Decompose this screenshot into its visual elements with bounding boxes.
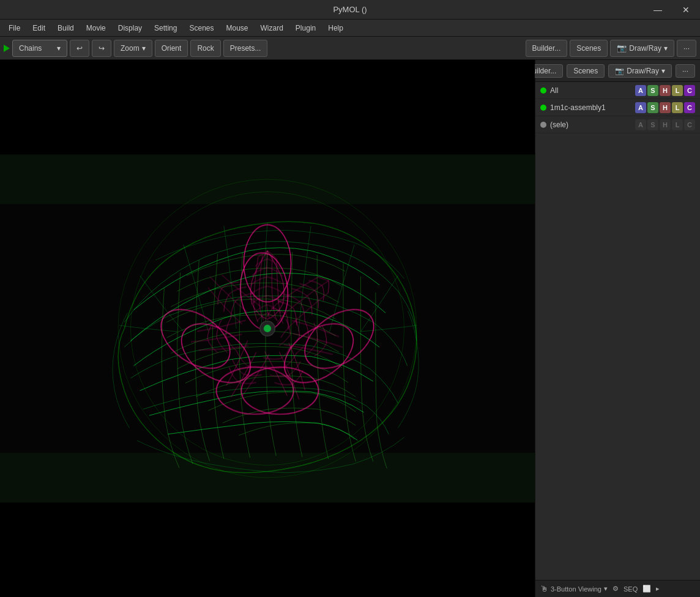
more-menu-button[interactable]: ···	[676, 64, 695, 78]
badge-c-0[interactable]: C	[684, 85, 695, 96]
object-badges-2: ASHLC	[635, 119, 695, 130]
more-icon: ···	[683, 44, 690, 53]
badge-l-0[interactable]: L	[672, 85, 683, 96]
object-dot-1	[540, 105, 546, 111]
drawray-dropdown-icon: ▾	[661, 67, 665, 75]
menubar: FileEditBuildMovieDisplaySettingScenesMo…	[0, 20, 700, 37]
undo-button[interactable]: ↩	[70, 40, 89, 57]
expand-item[interactable]: ⬜	[642, 585, 651, 593]
toolbar-right: Builder... Scenes 📷 Draw/Ray ▾ ···	[526, 40, 696, 57]
rock-label: Rock	[197, 44, 214, 53]
drawray-dropdown: ▾	[664, 44, 668, 53]
builder-label: Builder...	[532, 44, 561, 53]
arrow-icon: ▸	[656, 585, 660, 593]
object-dot-0	[540, 87, 546, 94]
badge-l-1[interactable]: L	[672, 102, 683, 113]
titlebar: PyMOL () — ✕	[0, 0, 700, 20]
close-button[interactable]: ✕	[672, 0, 700, 20]
toolbar: Chains ▾ ↩ ↪ Zoom ▾ Orient Rock Presets.…	[0, 37, 700, 60]
object-badges-0: ASHLC	[635, 85, 695, 96]
zoom-label: Zoom	[121, 44, 140, 53]
object-row-2[interactable]: (sele)ASHLC	[535, 116, 700, 133]
chains-dropdown-icon: ▾	[57, 44, 61, 53]
svg-point-14	[264, 325, 271, 332]
scenes-label: Scenes	[576, 44, 601, 53]
object-badges-1: ASHLC	[635, 102, 695, 113]
builder-button[interactable]: Builder...	[526, 40, 568, 57]
drawray-label: Draw/Ray	[627, 67, 659, 75]
object-name-2: (sele)	[550, 121, 631, 129]
right-panel: Builder... Scenes 📷 Draw/Ray ▾ ··· AllAS…	[535, 60, 700, 597]
presets-button[interactable]: Presets...	[223, 40, 268, 57]
menu-item-edit[interactable]: Edit	[26, 21, 51, 35]
menu-item-plugin[interactable]: Plugin	[289, 21, 322, 35]
scenes-button[interactable]: Scenes	[567, 64, 605, 78]
menu-item-scenes[interactable]: Scenes	[183, 21, 220, 35]
zoom-button[interactable]: Zoom ▾	[114, 40, 152, 57]
undo-icon: ↩	[76, 44, 83, 53]
settings-icon: ⚙	[612, 585, 619, 593]
object-row-0[interactable]: AllASHLC	[535, 82, 700, 99]
mouse-icon: 🖱	[540, 584, 548, 593]
badge-s-2[interactable]: S	[647, 119, 658, 130]
minimize-button[interactable]: —	[644, 0, 672, 20]
rock-button[interactable]: Rock	[190, 40, 220, 57]
menu-item-build[interactable]: Build	[51, 21, 80, 35]
seq-item[interactable]: SEQ	[624, 585, 638, 593]
badge-s-1[interactable]: S	[647, 102, 658, 113]
right-panel-header: Builder... Scenes 📷 Draw/Ray ▾ ···	[535, 60, 700, 82]
menu-item-mouse[interactable]: Mouse	[220, 21, 254, 35]
more-button[interactable]: ···	[677, 40, 696, 57]
menu-item-setting[interactable]: Setting	[148, 21, 183, 35]
object-list: AllASHLC1m1c-assembly1ASHLC(sele)ASHLC	[535, 82, 700, 580]
drawray-label: Draw/Ray	[629, 44, 661, 53]
camera-icon: 📷	[615, 67, 624, 75]
camera-icon: 📷	[617, 43, 627, 53]
viewing-label: 3-Button Viewing	[551, 585, 601, 593]
badge-l-2[interactable]: L	[672, 119, 683, 130]
window-controls: — ✕	[644, 0, 700, 20]
drawray-button[interactable]: 📷 Draw/Ray ▾	[608, 64, 672, 78]
badge-h-1[interactable]: H	[660, 102, 671, 113]
menu-item-help[interactable]: Help	[322, 21, 349, 35]
presets-label: Presets...	[230, 44, 261, 53]
badge-c-2[interactable]: C	[684, 119, 695, 130]
badge-h-2[interactable]: H	[660, 119, 671, 130]
play-icon	[4, 45, 10, 52]
main-area: Builder... Scenes 📷 Draw/Ray ▾ ··· AllAS…	[0, 60, 700, 597]
badge-c-1[interactable]: C	[684, 102, 695, 113]
molecule-visualization	[0, 60, 535, 597]
seq-label: SEQ	[624, 585, 638, 593]
arrow-item[interactable]: ▸	[656, 585, 660, 593]
orient-button[interactable]: Orient	[155, 40, 188, 57]
redo-icon: ↪	[99, 44, 105, 53]
settings-item[interactable]: ⚙	[612, 585, 619, 593]
zoom-dropdown-icon: ▾	[142, 44, 146, 53]
mouse-mode-item[interactable]: 🖱 3-Button Viewing ▾	[540, 584, 608, 593]
window-title: PyMOL ()	[333, 5, 367, 14]
scenes-button[interactable]: Scenes	[570, 40, 608, 57]
status-bar: 🖱 3-Button Viewing ▾ ⚙ SEQ ⬜ ▸	[535, 580, 700, 597]
menu-item-file[interactable]: File	[2, 21, 26, 35]
object-row-1[interactable]: 1m1c-assembly1ASHLC	[535, 99, 700, 116]
object-dot-2	[540, 122, 546, 128]
redo-button[interactable]: ↪	[92, 40, 111, 57]
object-name-0: All	[550, 86, 631, 95]
badge-h-0[interactable]: H	[660, 85, 671, 96]
viewing-dropdown: ▾	[604, 585, 608, 593]
menu-item-movie[interactable]: Movie	[80, 21, 112, 35]
more-icon: ···	[682, 67, 688, 75]
object-name-1: 1m1c-assembly1	[550, 103, 631, 112]
badge-a-0[interactable]: A	[635, 85, 646, 96]
drawray-button[interactable]: 📷 Draw/Ray ▾	[610, 40, 674, 57]
chains-label: Chains	[19, 44, 42, 53]
badge-s-0[interactable]: S	[647, 85, 658, 96]
expand-icon: ⬜	[642, 585, 651, 593]
viewport[interactable]	[0, 60, 535, 597]
scenes-label: Scenes	[573, 67, 598, 75]
chains-button[interactable]: Chains ▾	[12, 40, 67, 57]
menu-item-wizard[interactable]: Wizard	[255, 21, 289, 35]
badge-a-1[interactable]: A	[635, 102, 646, 113]
badge-a-2[interactable]: A	[635, 119, 646, 130]
menu-item-display[interactable]: Display	[112, 21, 148, 35]
